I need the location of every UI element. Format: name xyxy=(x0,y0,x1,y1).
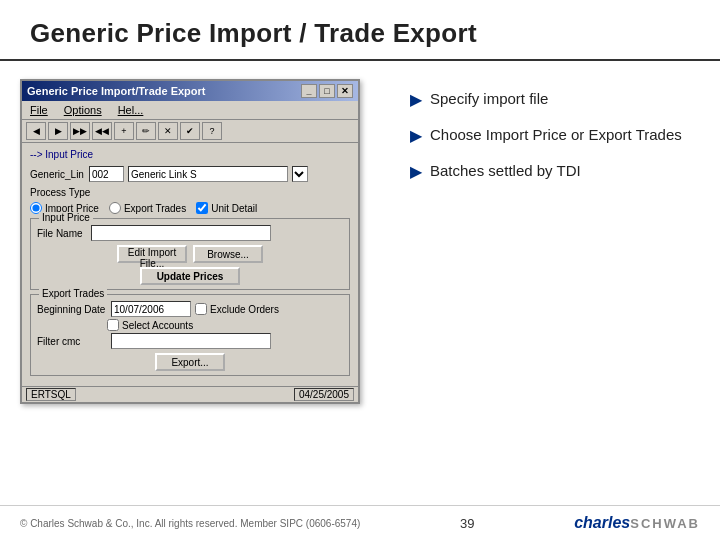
edit-import-button[interactable]: Edit Import File... xyxy=(117,245,187,263)
update-prices-container: Update Prices xyxy=(37,267,343,285)
filter-cmc-label: Filter cmc xyxy=(37,336,107,347)
breadcrumb-text: --> Input Price xyxy=(30,149,93,160)
process-type-label: Process Type xyxy=(30,187,90,198)
toolbar-btn-4[interactable]: ◀◀ xyxy=(92,122,112,140)
bullet-item-3: ▶ Batches settled by TDI xyxy=(410,161,700,181)
footer-copyright: © Charles Schwab & Co., Inc. All rights … xyxy=(20,518,360,529)
footer-page-number: 39 xyxy=(460,516,474,531)
toolbar-btn-7[interactable]: ✕ xyxy=(158,122,178,140)
breadcrumb: --> Input Price xyxy=(30,149,350,160)
browse-button[interactable]: Browse... xyxy=(193,245,263,263)
input-price-groupbox: Input Price File Name Edit Import File..… xyxy=(30,218,350,290)
beginning-date-row: Beginning Date Exclude Orders xyxy=(37,301,343,317)
file-action-buttons: Edit Import File... Browse... xyxy=(37,245,343,263)
beginning-date-input[interactable] xyxy=(111,301,191,317)
bullet-text-3: Batches settled by TDI xyxy=(430,161,581,181)
bullet-item-1: ▶ Specify import file xyxy=(410,89,700,109)
win-dialog: Generic Price Import/Trade Export _ □ ✕ … xyxy=(20,79,360,404)
toolbar-btn-8[interactable]: ✔ xyxy=(180,122,200,140)
export-container: Export... xyxy=(37,353,343,371)
win-menubar: File Options Hel... xyxy=(22,101,358,120)
beginning-date-label: Beginning Date xyxy=(37,304,107,315)
dialog-area: Generic Price Import/Trade Export _ □ ✕ … xyxy=(20,79,380,495)
toolbar-btn-2[interactable]: ▶ xyxy=(48,122,68,140)
generic-link-name-input[interactable] xyxy=(128,166,288,182)
filter-cmc-row: Filter cmc xyxy=(37,333,343,349)
menu-help[interactable]: Hel... xyxy=(114,103,148,117)
main-content: Generic Price Import/Trade Export _ □ ✕ … xyxy=(0,61,720,505)
statusbar-db: ERTSQL xyxy=(26,388,76,401)
close-button[interactable]: ✕ xyxy=(337,84,353,98)
input-price-section-label: Input Price xyxy=(39,212,93,223)
toolbar-btn-1[interactable]: ◀ xyxy=(26,122,46,140)
select-accounts-checkbox[interactable]: Select Accounts xyxy=(107,319,193,331)
statusbar: ERTSQL 04/25/2005 xyxy=(22,386,358,402)
header-area: Generic Price Import / Trade Export xyxy=(0,0,720,61)
file-name-label: File Name xyxy=(37,228,87,239)
generic-link-label: Generic_Lin xyxy=(30,169,85,180)
dialog-title: Generic Price Import/Trade Export xyxy=(27,85,206,97)
bullet-text-2: Choose Import Price or Export Trades xyxy=(430,125,682,145)
footer-logo-charles: charles xyxy=(574,514,630,531)
export-trades-section-label: Export Trades xyxy=(39,288,107,299)
generic-link-dropdown[interactable] xyxy=(292,166,308,182)
bullet-points-area: ▶ Specify import file ▶ Choose Import Pr… xyxy=(400,79,700,495)
bullet-triangle-2: ▶ xyxy=(410,126,422,145)
win-toolbar: ◀ ▶ ▶▶ ◀◀ + ✏ ✕ ✔ ? xyxy=(22,120,358,143)
statusbar-date: 04/25/2005 xyxy=(294,388,354,401)
file-name-row: File Name xyxy=(37,225,343,241)
win-body: --> Input Price Generic_Lin Process Type xyxy=(22,143,358,386)
bullet-triangle-1: ▶ xyxy=(410,90,422,109)
toolbar-btn-6[interactable]: ✏ xyxy=(136,122,156,140)
radio-export-trades[interactable]: Export Trades xyxy=(109,202,186,214)
export-trades-groupbox: Export Trades Beginning Date Exclude Ord… xyxy=(30,294,350,376)
toolbar-btn-3[interactable]: ▶▶ xyxy=(70,122,90,140)
menu-file[interactable]: File xyxy=(26,103,52,117)
toolbar-btn-9[interactable]: ? xyxy=(202,122,222,140)
page-container: Generic Price Import / Trade Export Gene… xyxy=(0,0,720,540)
footer-logo-schwab: SCHWAB xyxy=(630,516,700,531)
filter-cmc-input[interactable] xyxy=(111,333,271,349)
maximize-button[interactable]: □ xyxy=(319,84,335,98)
generic-link-code-input[interactable] xyxy=(89,166,124,182)
page-title: Generic Price Import / Trade Export xyxy=(30,18,477,49)
generic-link-row: Generic_Lin xyxy=(30,166,350,182)
toolbar-btn-5[interactable]: + xyxy=(114,122,134,140)
minimize-button[interactable]: _ xyxy=(301,84,317,98)
footer-logo: charlesSCHWAB xyxy=(574,514,700,532)
export-button[interactable]: Export... xyxy=(155,353,225,371)
bullet-triangle-3: ▶ xyxy=(410,162,422,181)
footer: © Charles Schwab & Co., Inc. All rights … xyxy=(0,505,720,540)
titlebar-buttons: _ □ ✕ xyxy=(301,84,353,98)
exclude-orders-checkbox[interactable]: Exclude Orders xyxy=(195,303,279,315)
menu-options[interactable]: Options xyxy=(60,103,106,117)
select-accounts-row: Select Accounts xyxy=(37,319,343,331)
bullet-item-2: ▶ Choose Import Price or Export Trades xyxy=(410,125,700,145)
update-prices-button[interactable]: Update Prices xyxy=(140,267,240,285)
bullet-text-1: Specify import file xyxy=(430,89,548,109)
win-titlebar: Generic Price Import/Trade Export _ □ ✕ xyxy=(22,81,358,101)
file-name-input[interactable] xyxy=(91,225,271,241)
checkbox-unit-detail[interactable]: Unit Detail xyxy=(196,202,257,214)
